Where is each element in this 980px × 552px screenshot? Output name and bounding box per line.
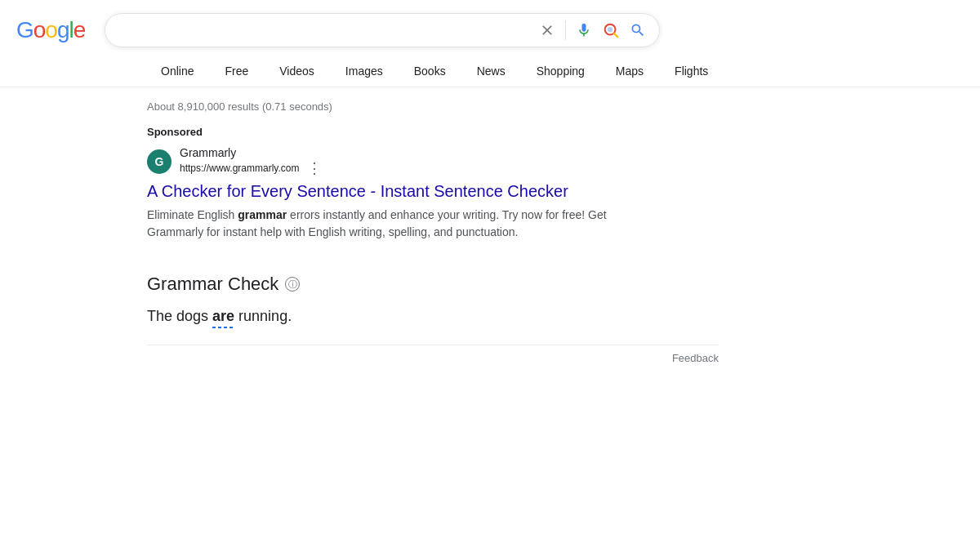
tab-free[interactable]: Free xyxy=(211,56,262,87)
clear-button[interactable] xyxy=(539,22,555,38)
grammar-check-section: Grammar Check ⓘ The dogs are running. Fe… xyxy=(147,260,719,371)
clear-icon xyxy=(539,22,555,38)
search-input[interactable]: The dogs is running. grammar check xyxy=(118,23,531,38)
grammar-check-title: Grammar Check ⓘ xyxy=(147,274,719,295)
ad-favicon: G xyxy=(147,149,172,174)
image-search-button[interactable] xyxy=(602,21,620,39)
results-area: About 8,910,000 results (0.71 seconds) S… xyxy=(0,87,735,379)
tab-maps[interactable]: Maps xyxy=(602,56,657,87)
google-logo[interactable]: Google xyxy=(16,17,85,43)
tab-images[interactable]: Images xyxy=(332,56,397,87)
grammar-prefix: The dogs xyxy=(147,308,212,324)
tab-flights[interactable]: Flights xyxy=(661,56,722,87)
svg-line-1 xyxy=(614,33,618,38)
header: Google The dogs is running. grammar chec… xyxy=(0,0,980,56)
search-divider xyxy=(565,20,566,40)
search-icons xyxy=(539,20,646,40)
search-icon xyxy=(630,22,646,38)
tab-books[interactable]: Books xyxy=(400,56,460,87)
results-count: About 8,910,000 results (0.71 seconds) xyxy=(147,100,719,113)
corrected-word: are xyxy=(212,308,234,325)
lens-icon xyxy=(602,21,620,39)
sponsored-ad: Sponsored G Grammarly https://www.gramma… xyxy=(147,126,719,241)
info-icon-label: ⓘ xyxy=(288,278,297,291)
tab-shopping[interactable]: Shopping xyxy=(523,56,599,87)
ad-source-name: Grammarly xyxy=(180,146,325,159)
search-bar: The dogs is running. grammar check xyxy=(105,13,660,47)
feedback-row: Feedback xyxy=(147,345,719,371)
feedback-link[interactable]: Feedback xyxy=(672,352,719,364)
search-tabs: Online Free Videos Images Books News Sho… xyxy=(0,56,980,87)
svg-point-2 xyxy=(608,27,612,32)
ad-more-button[interactable]: ⋮ xyxy=(304,159,325,177)
mic-icon xyxy=(576,22,592,38)
voice-search-button[interactable] xyxy=(576,22,592,38)
tab-online[interactable]: Online xyxy=(147,56,207,87)
tab-videos[interactable]: Videos xyxy=(265,56,328,87)
search-button[interactable] xyxy=(630,22,646,38)
ad-source-info: Grammarly https://www.grammarly.com ⋮ xyxy=(180,146,325,177)
ad-source-url: https://www.grammarly.com xyxy=(180,162,299,174)
ad-description: Eliminate English grammar errors instant… xyxy=(147,207,637,241)
ad-url-row: https://www.grammarly.com ⋮ xyxy=(180,159,325,177)
info-icon[interactable]: ⓘ xyxy=(285,277,300,292)
tab-news[interactable]: News xyxy=(463,56,519,87)
ad-title-link[interactable]: A Checker for Every Sentence - Instant S… xyxy=(147,180,719,202)
grammar-result: The dogs are running. xyxy=(147,308,719,325)
sponsored-label: Sponsored xyxy=(147,126,719,138)
grammar-check-heading: Grammar Check xyxy=(147,274,278,295)
ad-source: G Grammarly https://www.grammarly.com ⋮ xyxy=(147,146,719,177)
grammar-suffix: running. xyxy=(234,308,292,324)
